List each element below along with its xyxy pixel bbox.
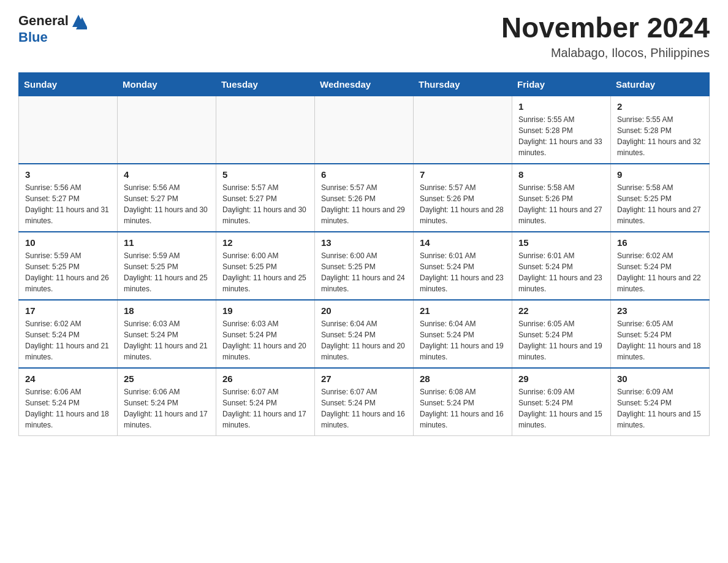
- calendar-cell: [118, 96, 216, 164]
- calendar-week-row: 3Sunrise: 5:56 AMSunset: 5:27 PMDaylight…: [19, 164, 710, 232]
- calendar-cell: 24Sunrise: 6:06 AMSunset: 5:24 PMDayligh…: [19, 368, 118, 436]
- day-info: Sunrise: 5:57 AMSunset: 5:26 PMDaylight:…: [321, 182, 407, 226]
- weekday-header-monday: Monday: [118, 72, 216, 96]
- day-number: 20: [321, 305, 407, 316]
- day-info: Sunrise: 6:06 AMSunset: 5:24 PMDaylight:…: [124, 386, 210, 431]
- calendar-cell: 9Sunrise: 5:58 AMSunset: 5:25 PMDaylight…: [611, 164, 710, 232]
- day-info: Sunrise: 5:59 AMSunset: 5:25 PMDaylight:…: [124, 250, 210, 294]
- calendar-cell: 11Sunrise: 5:59 AMSunset: 5:25 PMDayligh…: [118, 232, 216, 300]
- calendar-cell: 6Sunrise: 5:57 AMSunset: 5:26 PMDaylight…: [315, 164, 414, 232]
- day-info: Sunrise: 6:01 AMSunset: 5:24 PMDaylight:…: [420, 250, 506, 294]
- day-number: 29: [518, 373, 604, 384]
- day-number: 13: [321, 237, 407, 248]
- calendar-cell: 26Sunrise: 6:07 AMSunset: 5:24 PMDayligh…: [216, 368, 315, 436]
- day-info: Sunrise: 6:00 AMSunset: 5:25 PMDaylight:…: [222, 250, 308, 294]
- day-info: Sunrise: 5:59 AMSunset: 5:25 PMDaylight:…: [25, 250, 111, 294]
- calendar-table: SundayMondayTuesdayWednesdayThursdayFrid…: [18, 72, 710, 436]
- day-number: 16: [617, 237, 703, 248]
- day-info: Sunrise: 5:57 AMSunset: 5:26 PMDaylight:…: [420, 182, 506, 226]
- calendar-cell: 13Sunrise: 6:00 AMSunset: 5:25 PMDayligh…: [315, 232, 414, 300]
- calendar-cell: [414, 96, 512, 164]
- day-info: Sunrise: 5:58 AMSunset: 5:25 PMDaylight:…: [617, 182, 703, 226]
- day-number: 30: [617, 373, 703, 384]
- logo-blue-text: Blue: [18, 29, 48, 45]
- calendar-cell: 12Sunrise: 6:00 AMSunset: 5:25 PMDayligh…: [216, 232, 315, 300]
- calendar-cell: 27Sunrise: 6:07 AMSunset: 5:24 PMDayligh…: [315, 368, 414, 436]
- day-number: 28: [420, 373, 506, 384]
- calendar-week-row: 24Sunrise: 6:06 AMSunset: 5:24 PMDayligh…: [19, 368, 710, 436]
- weekday-header-thursday: Thursday: [414, 72, 512, 96]
- day-info: Sunrise: 6:09 AMSunset: 5:24 PMDaylight:…: [617, 386, 703, 431]
- calendar-cell: 15Sunrise: 6:01 AMSunset: 5:24 PMDayligh…: [512, 232, 611, 300]
- day-number: 19: [222, 305, 308, 316]
- calendar-cell: 23Sunrise: 6:05 AMSunset: 5:24 PMDayligh…: [611, 300, 710, 368]
- day-info: Sunrise: 6:09 AMSunset: 5:24 PMDaylight:…: [518, 386, 604, 431]
- weekday-header-sunday: Sunday: [19, 72, 118, 96]
- day-info: Sunrise: 6:05 AMSunset: 5:24 PMDaylight:…: [617, 318, 703, 362]
- day-info: Sunrise: 6:02 AMSunset: 5:24 PMDaylight:…: [617, 250, 703, 294]
- calendar-cell: 16Sunrise: 6:02 AMSunset: 5:24 PMDayligh…: [611, 232, 710, 300]
- day-number: 10: [25, 237, 111, 248]
- day-number: 1: [518, 101, 604, 112]
- day-number: 7: [420, 169, 506, 180]
- subtitle: Malabago, Ilocos, Philippines: [501, 46, 710, 60]
- calendar-cell: 7Sunrise: 5:57 AMSunset: 5:26 PMDaylight…: [414, 164, 512, 232]
- logo-general-text: General: [18, 13, 69, 29]
- weekday-header-tuesday: Tuesday: [216, 72, 315, 96]
- weekday-header-friday: Friday: [512, 72, 611, 96]
- day-info: Sunrise: 5:55 AMSunset: 5:28 PMDaylight:…: [617, 114, 703, 158]
- calendar-cell: 18Sunrise: 6:03 AMSunset: 5:24 PMDayligh…: [118, 300, 216, 368]
- day-info: Sunrise: 6:07 AMSunset: 5:24 PMDaylight:…: [222, 386, 308, 431]
- day-number: 3: [25, 169, 111, 180]
- day-info: Sunrise: 5:58 AMSunset: 5:26 PMDaylight:…: [518, 182, 604, 226]
- logo: General Blue: [18, 12, 87, 45]
- day-info: Sunrise: 6:06 AMSunset: 5:24 PMDaylight:…: [25, 386, 111, 431]
- day-info: Sunrise: 6:04 AMSunset: 5:24 PMDaylight:…: [420, 318, 506, 362]
- title-section: November 2024 Malabago, Ilocos, Philippi…: [501, 12, 710, 60]
- calendar-week-row: 17Sunrise: 6:02 AMSunset: 5:24 PMDayligh…: [19, 300, 710, 368]
- day-number: 26: [222, 373, 308, 384]
- day-info: Sunrise: 5:57 AMSunset: 5:27 PMDaylight:…: [222, 182, 308, 226]
- day-info: Sunrise: 5:55 AMSunset: 5:28 PMDaylight:…: [518, 114, 604, 158]
- calendar-cell: 1Sunrise: 5:55 AMSunset: 5:28 PMDaylight…: [512, 96, 611, 164]
- calendar-cell: [216, 96, 315, 164]
- calendar-cell: 28Sunrise: 6:08 AMSunset: 5:24 PMDayligh…: [414, 368, 512, 436]
- day-number: 25: [124, 373, 210, 384]
- weekday-header-row: SundayMondayTuesdayWednesdayThursdayFrid…: [19, 72, 710, 96]
- day-number: 5: [222, 169, 308, 180]
- day-number: 11: [124, 237, 210, 248]
- day-number: 12: [222, 237, 308, 248]
- day-info: Sunrise: 6:07 AMSunset: 5:24 PMDaylight:…: [321, 386, 407, 431]
- page-header: General Blue November 2024 Malabago, Ilo…: [18, 12, 710, 60]
- day-number: 17: [25, 305, 111, 316]
- day-info: Sunrise: 6:03 AMSunset: 5:24 PMDaylight:…: [124, 318, 210, 362]
- calendar-cell: 30Sunrise: 6:09 AMSunset: 5:24 PMDayligh…: [611, 368, 710, 436]
- calendar-cell: 22Sunrise: 6:05 AMSunset: 5:24 PMDayligh…: [512, 300, 611, 368]
- calendar-cell: 25Sunrise: 6:06 AMSunset: 5:24 PMDayligh…: [118, 368, 216, 436]
- weekday-header-saturday: Saturday: [611, 72, 710, 96]
- day-number: 23: [617, 305, 703, 316]
- calendar-week-row: 1Sunrise: 5:55 AMSunset: 5:28 PMDaylight…: [19, 96, 710, 164]
- day-info: Sunrise: 6:08 AMSunset: 5:24 PMDaylight:…: [420, 386, 506, 431]
- day-number: 6: [321, 169, 407, 180]
- calendar-cell: 8Sunrise: 5:58 AMSunset: 5:26 PMDaylight…: [512, 164, 611, 232]
- day-info: Sunrise: 6:04 AMSunset: 5:24 PMDaylight:…: [321, 318, 407, 362]
- weekday-header-wednesday: Wednesday: [315, 72, 414, 96]
- day-info: Sunrise: 6:00 AMSunset: 5:25 PMDaylight:…: [321, 250, 407, 294]
- day-number: 8: [518, 169, 604, 180]
- day-number: 14: [420, 237, 506, 248]
- calendar-cell: 29Sunrise: 6:09 AMSunset: 5:24 PMDayligh…: [512, 368, 611, 436]
- day-number: 22: [518, 305, 604, 316]
- day-number: 15: [518, 237, 604, 248]
- day-number: 21: [420, 305, 506, 316]
- calendar-cell: 17Sunrise: 6:02 AMSunset: 5:24 PMDayligh…: [19, 300, 118, 368]
- day-info: Sunrise: 6:01 AMSunset: 5:24 PMDaylight:…: [518, 250, 604, 294]
- calendar-cell: 3Sunrise: 5:56 AMSunset: 5:27 PMDaylight…: [19, 164, 118, 232]
- day-number: 24: [25, 373, 111, 384]
- calendar-week-row: 10Sunrise: 5:59 AMSunset: 5:25 PMDayligh…: [19, 232, 710, 300]
- day-number: 18: [124, 305, 210, 316]
- day-number: 27: [321, 373, 407, 384]
- calendar-cell: 14Sunrise: 6:01 AMSunset: 5:24 PMDayligh…: [414, 232, 512, 300]
- calendar-cell: 20Sunrise: 6:04 AMSunset: 5:24 PMDayligh…: [315, 300, 414, 368]
- calendar-cell: [19, 96, 118, 164]
